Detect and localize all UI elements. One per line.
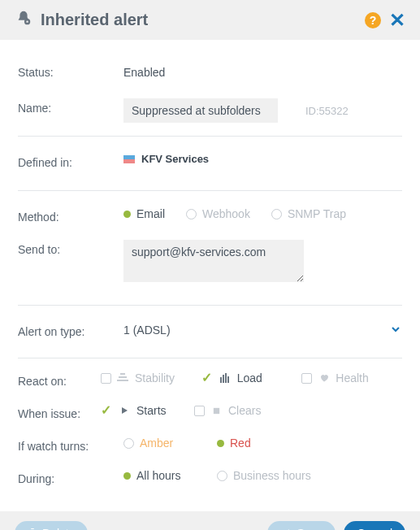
delete-label: Delete bbox=[42, 527, 75, 530]
method-webhook-label: Webhook bbox=[202, 207, 250, 220]
dialog-footer: Delete Save Cancel bbox=[0, 511, 420, 530]
play-icon bbox=[119, 406, 131, 415]
label-alert-type: Alert on type: bbox=[18, 322, 123, 338]
label-during: During: bbox=[18, 469, 123, 485]
radio-dot-icon bbox=[123, 211, 131, 218]
react-stability-label: Stability bbox=[135, 371, 175, 384]
alert-type-value: 1 (ADSL) bbox=[123, 324, 389, 337]
bell-settings-icon bbox=[15, 10, 32, 30]
check-icon bbox=[280, 527, 292, 530]
label-watch-turns: If watch turns: bbox=[18, 437, 123, 453]
radio-dot-icon bbox=[217, 440, 224, 447]
label-method: Method: bbox=[18, 207, 123, 224]
react-health-label: Health bbox=[336, 371, 368, 384]
label-name: Name: bbox=[18, 98, 123, 115]
check-icon: ✓ bbox=[201, 371, 214, 384]
row-sendto: Send to: support@kfv-services.com bbox=[18, 232, 402, 297]
during-business[interactable]: Business hours bbox=[217, 469, 311, 482]
close-icon[interactable]: ✕ bbox=[389, 11, 405, 30]
cancel-label: Cancel bbox=[357, 527, 392, 530]
delete-button[interactable]: Delete bbox=[15, 521, 88, 530]
status-value: Enabled bbox=[123, 63, 165, 82]
svg-rect-10 bbox=[214, 407, 219, 413]
row-when-issue: When issue: ✓ Starts Clears bbox=[18, 396, 402, 428]
label-status: Status: bbox=[18, 63, 123, 79]
method-snmp-label: SNMP Trap bbox=[288, 207, 346, 220]
stability-icon bbox=[117, 373, 129, 383]
dialog-header: Inherited alert ? ✕ bbox=[0, 0, 420, 40]
react-load-label: Load bbox=[237, 371, 262, 384]
label-react-on: React on: bbox=[18, 371, 101, 388]
radio-dot-icon bbox=[123, 438, 134, 449]
save-label: Save bbox=[297, 527, 323, 530]
react-health[interactable]: Health bbox=[301, 371, 402, 384]
name-input[interactable] bbox=[123, 98, 278, 123]
watch-red[interactable]: Red bbox=[217, 437, 251, 450]
svg-rect-6 bbox=[223, 375, 224, 383]
svg-rect-7 bbox=[225, 373, 227, 383]
row-react-on: React on: Stability ✓ Load bbox=[18, 363, 402, 396]
svg-marker-9 bbox=[122, 407, 128, 414]
when-clears-label: Clears bbox=[228, 404, 261, 417]
when-starts-label: Starts bbox=[136, 404, 167, 417]
org-icon bbox=[123, 155, 135, 163]
svg-rect-5 bbox=[220, 377, 222, 383]
dialog-title: Inherited alert bbox=[41, 11, 357, 29]
method-snmp[interactable]: SNMP Trap bbox=[271, 207, 346, 220]
svg-rect-2 bbox=[117, 380, 128, 381]
when-clears[interactable]: Clears bbox=[194, 404, 402, 417]
radio-dot-icon bbox=[186, 209, 197, 219]
dialog-body: Status: Enabled Name: ID:55322 Defined i… bbox=[0, 40, 420, 511]
watch-red-label: Red bbox=[230, 437, 251, 450]
react-stability[interactable]: Stability bbox=[101, 371, 201, 384]
label-defined-in: Defined in: bbox=[18, 153, 123, 169]
during-all[interactable]: All hours bbox=[123, 469, 217, 482]
chevron-down-icon bbox=[389, 323, 402, 338]
method-webhook[interactable]: Webhook bbox=[186, 207, 250, 220]
alert-on-type-select[interactable]: Alert on type: 1 (ADSL) bbox=[18, 311, 402, 350]
row-status: Status: Enabled bbox=[18, 54, 402, 90]
svg-point-1 bbox=[26, 20, 28, 22]
watch-amber[interactable]: Amber bbox=[123, 437, 217, 450]
svg-rect-8 bbox=[227, 376, 229, 383]
row-defined-in: Defined in: KFV Services bbox=[18, 136, 402, 185]
check-icon: ✓ bbox=[101, 404, 113, 417]
checkbox-icon bbox=[301, 373, 312, 384]
checkbox-icon bbox=[101, 373, 111, 384]
radio-dot-icon bbox=[217, 471, 227, 481]
label-when-issue: When issue: bbox=[18, 404, 101, 420]
sendto-input[interactable]: support@kfv-services.com bbox=[123, 240, 304, 282]
save-button[interactable]: Save bbox=[267, 521, 336, 530]
radio-dot-icon bbox=[271, 209, 282, 219]
during-business-label: Business hours bbox=[233, 469, 311, 482]
stop-icon bbox=[210, 406, 223, 415]
radio-dot-icon bbox=[123, 472, 131, 480]
defined-in-value: KFV Services bbox=[141, 153, 209, 165]
row-method: Method: Email Webhook SNMP Trap bbox=[18, 190, 402, 232]
load-icon bbox=[219, 373, 232, 383]
cancel-button[interactable]: Cancel bbox=[344, 521, 405, 530]
help-icon[interactable]: ? bbox=[365, 12, 381, 28]
when-starts[interactable]: ✓ Starts bbox=[101, 404, 194, 417]
row-name: Name: ID:55322 bbox=[18, 90, 402, 131]
row-during: During: All hours Business hours bbox=[18, 461, 402, 503]
method-email[interactable]: Email bbox=[123, 207, 165, 220]
svg-rect-3 bbox=[119, 376, 127, 378]
checkbox-icon bbox=[194, 406, 205, 416]
watch-amber-label: Amber bbox=[140, 437, 173, 450]
alert-id: ID:55322 bbox=[305, 105, 349, 117]
separator bbox=[18, 358, 402, 358]
during-all-label: All hours bbox=[136, 469, 180, 482]
separator bbox=[18, 305, 402, 306]
svg-rect-4 bbox=[120, 373, 125, 375]
defined-in-link[interactable]: KFV Services bbox=[123, 153, 209, 165]
method-email-label: Email bbox=[136, 207, 165, 220]
label-sendto: Send to: bbox=[18, 240, 123, 256]
trash-icon bbox=[28, 527, 37, 530]
react-load[interactable]: ✓ Load bbox=[201, 371, 302, 384]
row-watch-turns: If watch turns: Amber Red bbox=[18, 428, 402, 461]
health-icon bbox=[318, 373, 330, 383]
